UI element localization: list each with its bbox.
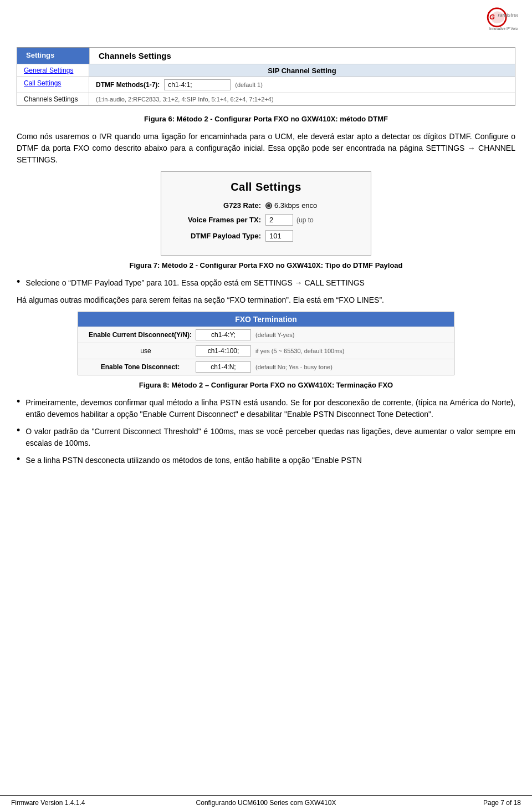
bullet1-dot: • xyxy=(17,276,20,288)
nav-channels-settings: Channels Settings xyxy=(17,93,89,105)
use-row: use ch1-4:100; if yes (5 ~ 65530, defaul… xyxy=(78,343,454,359)
grandstream-logo-icon: G randstream Innovative IP Voice & Video xyxy=(435,7,518,38)
use-value: ch1-4:100; xyxy=(196,345,251,356)
g723-value: 6.3kbps enco xyxy=(274,201,317,210)
bullet2-text: Primeiramente, devemos confirmar qual mé… xyxy=(25,397,515,420)
dtmf-note: (1:in-audio, 2:RFC2833, 3:1+2, 4:SIP Inf… xyxy=(89,93,515,105)
header: G randstream Innovative IP Voice & Video xyxy=(0,0,532,42)
channels-settings-title: Channels Settings xyxy=(89,48,515,64)
svg-text:Innovative IP Voice & Video: Innovative IP Voice & Video xyxy=(489,27,518,30)
dtmf-field-row: DTMF Methods(1-7): ch1-4:1; (default 1) xyxy=(89,77,515,93)
enable-tone-row: Enable Tone Disconnect: ch1-4:N; (defaul… xyxy=(78,359,454,375)
bullet3-dot: • xyxy=(17,425,20,436)
bullet2-item: • Primeiramente, devemos confirmar qual … xyxy=(17,397,515,420)
dtmf-default: (default 1) xyxy=(235,81,263,88)
bullet3-text: O valor padrão da "Current Disconnect Th… xyxy=(25,426,515,449)
figure8-caption: Figura 8: Método 2 – Configurar Porta FX… xyxy=(17,381,515,389)
use-label: use xyxy=(85,347,196,355)
figure6-screenshot: Settings Channels Settings General Setti… xyxy=(17,47,515,106)
dtmf-payload-input[interactable] xyxy=(265,230,293,242)
voice-frames-input[interactable] xyxy=(265,214,293,226)
dtmf-value: ch1-4:1; xyxy=(164,79,231,90)
figure8-wrapper: FXO Termination Enable Current Disconnec… xyxy=(17,312,515,375)
footer-version: Firmware Version 1.4.1.4 xyxy=(11,799,181,807)
use-note: if yes (5 ~ 65530, default 100ms) xyxy=(255,348,345,354)
figure7-screenshot: Call Settings G723 Rate: 6.3kbps enco Vo… xyxy=(161,171,371,256)
bullet2-dot: • xyxy=(17,396,20,407)
figure7-caption: Figura 7: Método 2 - Configurar Porta FX… xyxy=(17,261,515,269)
footer-center: Configurando UCM6100 Series com GXW410X xyxy=(181,799,351,807)
figure6-caption: Figura 6: Método 2 - Configurar Porta FX… xyxy=(17,115,515,123)
g723-label: G723 Rate: xyxy=(172,201,261,210)
bullet4-item: • Se a linha PSTN desconecta utilizando … xyxy=(17,455,515,466)
bullet3-item: • O valor padrão da "Current Disconnect … xyxy=(17,426,515,449)
nav-general-settings[interactable]: General Settings xyxy=(17,64,89,77)
enable-tone-label: Enable Tone Disconnect: xyxy=(85,363,196,371)
figure8-screenshot: FXO Termination Enable Current Disconnec… xyxy=(78,312,454,375)
enable-tone-default: (default No; Yes - busy tone) xyxy=(255,364,332,370)
logo-area: G randstream Innovative IP Voice & Video xyxy=(432,6,521,39)
main-content: Settings Channels Settings General Setti… xyxy=(0,42,532,795)
svg-text:randstream: randstream xyxy=(498,12,519,18)
nav-call-settings[interactable]: Call Settings xyxy=(17,77,89,93)
dtmf-payload-label: DTMF Payload Type: xyxy=(172,232,261,240)
page-container: G randstream Innovative IP Voice & Video… xyxy=(0,0,532,810)
g723-row: G723 Rate: 6.3kbps enco xyxy=(172,201,360,210)
settings-tab: Settings xyxy=(17,48,89,64)
footer-page: Page 7 of 18 xyxy=(351,799,521,807)
bullet4-dot: • xyxy=(17,454,20,465)
dtmf-payload-row: DTMF Payload Type: xyxy=(172,230,360,242)
bullet1-item: • Selecione o “DTMF Payload Type” para 1… xyxy=(17,277,515,289)
fxo-header: FXO Termination xyxy=(78,312,454,327)
call-settings-title: Call Settings xyxy=(172,181,360,193)
enable-tone-value: ch1-4:N; xyxy=(196,361,251,373)
paragraph2: Há algumas outras modificações para sere… xyxy=(17,294,515,306)
paragraph1: Como nós usaremos o IVR quando uma ligaç… xyxy=(17,131,515,166)
figure7-wrapper: Call Settings G723 Rate: 6.3kbps enco Vo… xyxy=(17,171,515,256)
voice-frames-note: (up to xyxy=(296,216,314,224)
enable-current-row: Enable Current Disconnect(Y/N): ch1-4:Y;… xyxy=(78,327,454,343)
enable-current-default: (default Y-yes) xyxy=(255,332,294,338)
dtmf-label: DTMF Methods(1-7): xyxy=(96,81,160,89)
svg-text:G: G xyxy=(489,13,495,21)
page-footer: Firmware Version 1.4.1.4 Configurando UC… xyxy=(0,795,532,810)
enable-current-value: ch1-4:Y; xyxy=(196,329,251,340)
g723-radio-icon xyxy=(265,202,272,209)
bullet1-text: Selecione o “DTMF Payload Type” para 101… xyxy=(25,277,515,289)
voice-frames-row: Voice Frames per TX: (up to xyxy=(172,214,360,226)
bullet4-text: Se a linha PSTN desconecta utilizando os… xyxy=(25,455,515,466)
sip-channel-label: SIP Channel Setting xyxy=(89,64,515,77)
voice-frames-label: Voice Frames per TX: xyxy=(172,216,261,224)
enable-current-label: Enable Current Disconnect(Y/N): xyxy=(85,331,196,339)
